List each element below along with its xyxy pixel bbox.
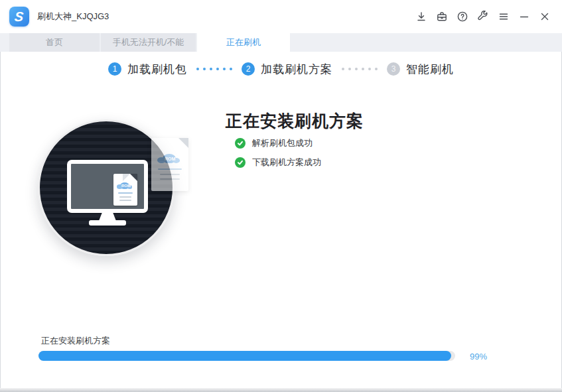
tab-flashing-label: 正在刷机 bbox=[226, 36, 261, 48]
step-connector-active bbox=[196, 68, 232, 70]
minimize-icon[interactable] bbox=[518, 10, 531, 23]
menu-icon[interactable] bbox=[497, 10, 510, 23]
step-1-badge: 1 bbox=[108, 62, 121, 76]
tab-home[interactable]: 首页 bbox=[9, 33, 100, 52]
monitor-base bbox=[89, 220, 126, 226]
step-smart-flash: 3 智能刷机 bbox=[387, 62, 454, 77]
help-icon[interactable] bbox=[456, 10, 469, 23]
checklist-item-label: 解析刷机包成功 bbox=[252, 137, 313, 149]
tab-home-label: 首页 bbox=[46, 36, 63, 48]
step-load-package: 1 加载刷机包 bbox=[108, 62, 187, 77]
check-success-icon bbox=[235, 157, 246, 168]
step-2-label: 加载刷机方案 bbox=[261, 62, 332, 77]
floating-rom-file-icon: ROM bbox=[151, 138, 188, 191]
wrench-icon[interactable] bbox=[476, 10, 490, 23]
toolbox-icon[interactable] bbox=[435, 10, 449, 23]
tab-flashing[interactable]: 正在刷机 bbox=[197, 33, 290, 52]
progress-bar bbox=[38, 351, 455, 361]
progress-label: 正在安装刷机方案 bbox=[41, 335, 110, 347]
titlebar-actions bbox=[415, 10, 562, 23]
step-3-badge: 3 bbox=[387, 62, 400, 76]
app-logo-glyph: S bbox=[14, 10, 24, 23]
step-indicator: 1 加载刷机包 2 加载刷机方案 3 智能刷机 bbox=[0, 58, 562, 80]
titlebar: S 刷机大神_KJQJG3 bbox=[0, 0, 562, 33]
tab-bar: 首页 手机无法开机/不能 正在刷机 bbox=[0, 33, 562, 52]
step-1-label: 加载刷机包 bbox=[127, 62, 187, 77]
close-icon[interactable] bbox=[538, 10, 551, 23]
step-3-label: 智能刷机 bbox=[406, 62, 454, 77]
app-logo-icon: S bbox=[9, 7, 29, 27]
step-connector-pending bbox=[342, 68, 378, 70]
tab-phone-wont-boot[interactable]: 手机无法开机/不能 bbox=[101, 33, 196, 52]
window-bottom-edge bbox=[0, 388, 562, 392]
checklist-item: 下载刷机方案成功 bbox=[235, 157, 321, 168]
step-2-badge: 2 bbox=[242, 62, 255, 76]
monitor-icon: ROM bbox=[67, 160, 148, 213]
checklist-item-label: 下载刷机方案成功 bbox=[252, 157, 321, 168]
check-success-icon bbox=[235, 138, 246, 149]
download-icon[interactable] bbox=[415, 10, 428, 23]
progress-fill bbox=[38, 351, 451, 361]
rom-file-icon: ROM bbox=[113, 174, 137, 206]
tab-phone-wont-boot-label: 手机无法开机/不能 bbox=[113, 36, 184, 48]
step-load-plan: 2 加载刷机方案 bbox=[242, 62, 332, 77]
app-window: S 刷机大神_KJQJG3 bbox=[0, 0, 562, 392]
status-title: 正在安装刷机方案 bbox=[226, 110, 364, 132]
progress-percent: 99% bbox=[470, 352, 487, 361]
window-title: 刷机大神_KJQJG3 bbox=[37, 11, 109, 23]
checklist-item: 解析刷机包成功 bbox=[235, 137, 313, 149]
